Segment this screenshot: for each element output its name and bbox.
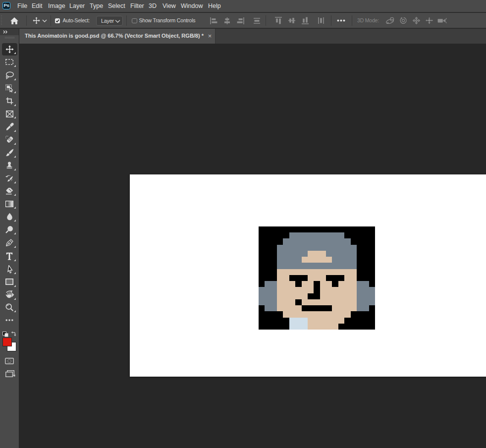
menu-image[interactable]: Image (48, 0, 65, 12)
rectangular-marquee-tool[interactable] (2, 56, 18, 69)
options-separator (331, 15, 331, 26)
menu-view[interactable]: View (162, 0, 176, 12)
tool-group-indicator-icon (14, 168, 16, 170)
hand-tool[interactable] (2, 288, 18, 301)
camera-3d-icon (437, 13, 447, 28)
object-selection-tool[interactable] (2, 82, 18, 95)
tool-group-indicator-icon (14, 143, 16, 145)
tool-preset-chevron-icon[interactable] (42, 13, 48, 28)
tool-group-indicator-icon (14, 298, 16, 300)
tool-group-indicator-icon (14, 130, 16, 132)
screen-mode-icon[interactable] (5, 370, 16, 379)
align-right-edges-icon (236, 13, 245, 28)
document-tab[interactable]: This Anoimatoin is good.psd @ 66.7% (Vec… (19, 29, 216, 44)
tool-group-indicator-icon (14, 246, 16, 248)
tool-group-indicator-icon (14, 91, 16, 93)
tool-group-indicator-icon (14, 116, 16, 118)
roll-3d-icon (398, 13, 408, 28)
path-selection-tool[interactable] (2, 263, 18, 276)
tool-group-indicator-icon (14, 259, 16, 261)
menu-type[interactable]: Type (90, 0, 103, 12)
align-left-edges-icon (210, 13, 218, 28)
menu-filter[interactable]: Filter (130, 0, 144, 12)
tool-group-indicator-icon (14, 65, 16, 67)
tool-group-indicator-icon (14, 220, 16, 222)
type-tool[interactable] (2, 250, 18, 263)
move-tool-icon[interactable] (32, 13, 41, 28)
auto-select-label: Auto-Select: (63, 13, 90, 28)
auto-select-target-dropdown[interactable]: Layer (96, 16, 123, 26)
tools-panel-header (0, 29, 19, 35)
show-transform-label: Show Transform Controls (139, 13, 196, 28)
tool-group-indicator-icon (14, 78, 16, 80)
gradient-tool[interactable] (2, 198, 18, 211)
history-brush-tool[interactable] (2, 172, 18, 185)
pixel-art-image[interactable] (259, 226, 375, 330)
menu-select[interactable]: Select (108, 0, 125, 12)
menu-file[interactable]: File (17, 0, 27, 12)
quick-mask-icon[interactable] (5, 357, 14, 366)
options-separator (266, 15, 266, 26)
tool-group-indicator-icon (14, 52, 16, 54)
auto-select-checkbox[interactable] (55, 18, 60, 23)
menu-bar: Ps FileEditImageLayerTypeSelectFilter3DV… (0, 0, 486, 12)
home-icon[interactable] (9, 13, 19, 28)
options-separator (126, 15, 127, 26)
eraser-tool[interactable] (2, 185, 18, 198)
tool-group-indicator-icon (14, 104, 16, 106)
edit-toolbar-ellipsis[interactable] (2, 314, 18, 327)
options-separator (352, 15, 352, 26)
options-bar: Auto-Select:LayerShow Transform Controls… (0, 13, 486, 28)
options-separator (51, 15, 51, 26)
options-separator (26, 15, 27, 26)
distribute-horizontal-centers-icon (317, 13, 325, 28)
dropdown-chevron-icon (115, 20, 120, 23)
dodge-tool[interactable] (2, 223, 18, 236)
options-grip[interactable] (1, 15, 2, 25)
tool-group-indicator-icon (14, 232, 16, 234)
tab-close-icon[interactable]: × (206, 32, 214, 40)
pan-3d-icon (411, 13, 421, 28)
tool-group-indicator-icon (14, 310, 16, 312)
menu-help[interactable]: Help (208, 0, 221, 12)
frame-tool[interactable] (2, 108, 18, 120)
photoshop-logo[interactable]: Ps (2, 2, 10, 9)
crop-tool[interactable] (2, 95, 18, 108)
document-tab-title: This Anoimatoin is good.psd @ 66.7% (Vec… (25, 29, 204, 44)
foreground-color-swatch[interactable] (2, 337, 12, 346)
align-bottom-edges-icon (301, 13, 309, 28)
tools-panel-grip[interactable] (5, 37, 15, 39)
menu-layer[interactable]: Layer (69, 0, 85, 12)
menu-3d[interactable]: 3D (149, 0, 157, 12)
lasso-tool[interactable] (2, 69, 18, 82)
mode-label: 3D Mode: (357, 13, 379, 28)
align-top-edges-icon (274, 13, 282, 28)
slide-3d-icon (424, 13, 434, 28)
distribute-vertical-centers-icon (253, 13, 261, 28)
show-transform-checkbox[interactable] (132, 18, 137, 23)
tool-group-indicator-icon (14, 156, 16, 158)
document-tab-strip: This Anoimatoin is good.psd @ 66.7% (Vec… (20, 29, 486, 44)
menu-window[interactable]: Window (181, 0, 203, 12)
more-options-ellipsis-icon[interactable] (336, 13, 346, 28)
blur-tool[interactable] (2, 211, 18, 224)
spot-healing-brush-tool[interactable] (2, 133, 18, 146)
tool-group-indicator-icon (14, 207, 16, 209)
rectangle-tool[interactable] (2, 276, 18, 288)
eyedropper-tool[interactable] (2, 120, 18, 133)
align-vertical-centers-icon (287, 13, 296, 28)
tools-panel (0, 29, 19, 448)
menu-edit[interactable]: Edit (32, 0, 43, 12)
clone-stamp-tool[interactable] (2, 159, 18, 172)
tool-group-indicator-icon (14, 181, 16, 183)
pen-tool[interactable] (2, 237, 18, 250)
collapse-panel-icon[interactable] (3, 30, 8, 34)
move-tool[interactable] (2, 43, 18, 56)
orbit-3d-icon (385, 13, 395, 28)
tool-group-indicator-icon (14, 272, 16, 274)
zoom-tool[interactable] (2, 301, 18, 314)
tool-group-indicator-icon (14, 194, 16, 196)
brush-tool[interactable] (2, 146, 18, 159)
tool-group-indicator-icon (14, 285, 16, 287)
align-horizontal-centers-icon (223, 13, 231, 28)
